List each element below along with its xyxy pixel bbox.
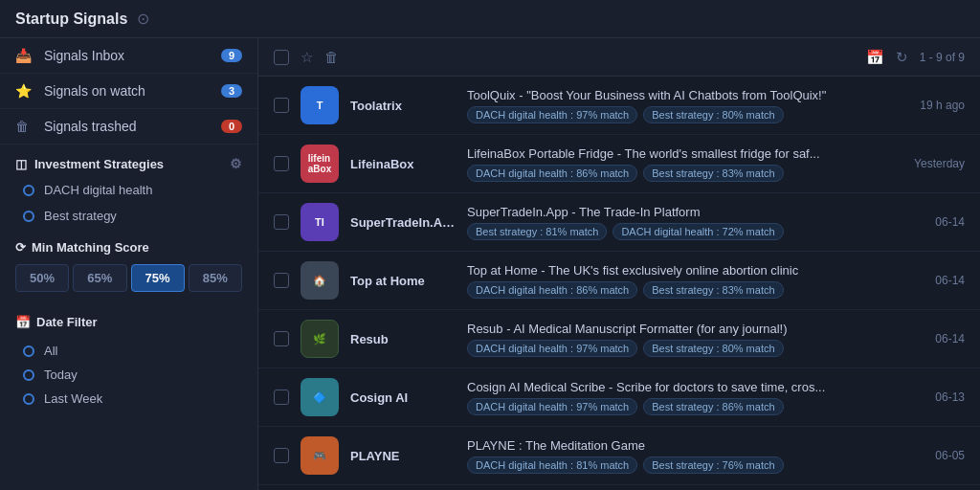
signal-company-supertradein: SuperTradeIn.App (350, 215, 456, 230)
signal-row-resub[interactable]: 🌿 Resub Resub - AI Medical Manuscript Fo… (258, 310, 980, 368)
signal-row-playne[interactable]: 🎮 PLAYNE PLAYNE : The Meditation Game DA… (258, 427, 980, 485)
signal-details-resub: Resub - AI Medical Manuscript Formatter … (467, 322, 886, 357)
score-icon: ⟳ (15, 240, 26, 255)
signal-tags-cosignai: DACH digital health : 97% match Best str… (467, 398, 886, 415)
content-area: ☆ 🗑 📅 ↻ 1 - 9 of 9 T Toolatrix ToolQuix … (258, 38, 980, 490)
star-toolbar-icon[interactable]: ☆ (301, 49, 313, 66)
signal-details-lifeinabox: LifeinaBox Portable Fridge - The world's… (467, 146, 886, 182)
signal-row-lifeinabox[interactable]: lifeinaBox LifeinaBox LifeinaBox Portabl… (258, 135, 980, 193)
date-all[interactable]: All (15, 339, 242, 363)
strategy-item-dach[interactable]: DACH digital health (0, 177, 257, 203)
tag-dach-topathome: DACH digital health : 86% match (467, 281, 637, 299)
signal-date-resub: 06-14 (898, 332, 965, 345)
watch-icon: ⭐ (15, 83, 34, 99)
date-title: 📅 Date Filter (15, 315, 242, 329)
sidebar-item-trashed[interactable]: 🗑 Signals trashed 0 (0, 109, 257, 145)
pagination-label: 1 - 9 of 9 (920, 51, 965, 64)
signal-date-cosignai: 06-13 (898, 390, 965, 404)
signal-details-cosignai: Cosign AI Medical Scribe - Scribe for do… (467, 380, 886, 415)
strategy-dot-best (23, 211, 34, 222)
sidebar: 📥 Signals Inbox 9 ⭐ Signals on watch 3 🗑… (0, 38, 258, 490)
tag-best-supertradein: Best strategy : 81% match (467, 223, 607, 240)
sidebar-item-inbox[interactable]: 📥 Signals Inbox 9 (0, 38, 257, 74)
signal-avatar-lifeinabox: lifeinaBox (301, 145, 339, 183)
inbox-badge: 9 (221, 49, 242, 62)
score-title: ⟳ Min Matching Score (15, 240, 242, 255)
score-buttons: 50% 65% 75% 85% (15, 264, 242, 292)
signal-avatar-topathome: 🏠 (301, 261, 339, 300)
signal-checkbox-topathome[interactable] (274, 273, 289, 288)
signal-title-resub: Resub - AI Medical Manuscript Formatter … (467, 322, 886, 336)
app-header: Startup Signals ⊙ (0, 0, 980, 38)
score-75[interactable]: 75% (131, 264, 185, 292)
date-label-all: All (44, 344, 57, 358)
date-lastweek[interactable]: Last Week (15, 387, 242, 411)
refresh-toolbar-icon[interactable]: ↻ (896, 49, 908, 66)
signal-avatar-toolatrix: T (301, 86, 339, 124)
signal-tags-playne: DACH digital health : 81% match Best str… (467, 457, 886, 474)
date-section: 📅 Date Filter All Today Last Week (0, 303, 257, 422)
settings-icon[interactable]: ⊙ (137, 10, 149, 28)
sidebar-item-watch[interactable]: ⭐ Signals on watch 3 (0, 74, 257, 109)
score-section: ⟳ Min Matching Score 50% 65% 75% 85% (0, 229, 257, 303)
tag-best-topathome: Best strategy : 83% match (643, 281, 783, 299)
date-dot-lastweek (23, 393, 34, 405)
signal-tags-supertradein: Best strategy : 81% match DACH digital h… (467, 223, 886, 240)
tag-dach-supertradein: DACH digital health : 72% match (612, 223, 783, 240)
calendar-icon: 📅 (15, 315, 31, 329)
strategy-label-best: Best strategy (44, 209, 117, 223)
tag-dach-toolatrix: DACH digital health : 97% match (467, 106, 637, 123)
main-layout: 📥 Signals Inbox 9 ⭐ Signals on watch 3 🗑… (0, 38, 980, 490)
signal-details-topathome: Top at Home - The UK's fist exclusively … (467, 263, 886, 299)
tag-best-resub: Best strategy : 80% match (643, 340, 783, 357)
signal-avatar-resub: 🌿 (301, 320, 339, 358)
signal-row-cosignai[interactable]: 🔷 Cosign AI Cosign AI Medical Scribe - S… (258, 368, 980, 427)
signal-checkbox-supertradein[interactable] (274, 214, 289, 230)
tag-best-playne: Best strategy : 76% match (643, 457, 783, 474)
strategies-gear-icon[interactable]: ⚙ (230, 156, 242, 171)
signal-company-cosignai: Cosign AI (350, 390, 456, 405)
signal-title-supertradein: SuperTradeIn.App - The Trade-In Platform (467, 205, 886, 219)
watch-badge: 3 (221, 84, 242, 98)
signal-company-playne: PLAYNE (350, 449, 456, 463)
signal-details-playne: PLAYNE : The Meditation Game DACH digita… (467, 438, 886, 474)
delete-toolbar-icon[interactable]: 🗑 (324, 49, 339, 65)
signal-company-toolatrix: Toolatrix (350, 99, 456, 113)
signal-checkbox-resub[interactable] (274, 331, 289, 346)
signal-row-supertradein[interactable]: TI SuperTradeIn.App SuperTradeIn.App - T… (258, 193, 980, 252)
signal-avatar-playne: 🎮 (301, 436, 339, 475)
strategy-dot-dach (23, 185, 34, 196)
signal-date-topathome: 06-14 (898, 274, 965, 287)
tag-dach-lifeinabox: DACH digital health : 86% match (467, 165, 637, 182)
signal-date-supertradein: 06-14 (898, 215, 965, 229)
signal-checkbox-playne[interactable] (274, 448, 289, 463)
signal-date-playne: 06-05 (898, 449, 965, 462)
select-all-checkbox[interactable] (274, 50, 289, 65)
signal-avatar-cosignai: 🔷 (301, 378, 339, 416)
tag-best-lifeinabox: Best strategy : 83% match (643, 165, 783, 182)
signal-checkbox-cosignai[interactable] (274, 390, 289, 405)
score-65[interactable]: 65% (73, 264, 126, 292)
signal-company-topathome: Top at Home (350, 274, 456, 288)
strategies-title: Investment Strategies (34, 157, 164, 171)
strategy-item-best[interactable]: Best strategy (0, 203, 257, 229)
signal-checkbox-lifeinabox[interactable] (274, 156, 289, 171)
signal-row-topathome[interactable]: 🏠 Top at Home Top at Home - The UK's fis… (258, 252, 980, 310)
trashed-badge: 0 (221, 120, 242, 133)
calendar-toolbar-icon[interactable]: 📅 (866, 49, 884, 66)
tag-best-toolatrix: Best strategy : 80% match (643, 106, 783, 123)
date-label-today: Today (44, 368, 78, 382)
score-50[interactable]: 50% (15, 264, 69, 292)
app-title: Startup Signals (15, 11, 127, 28)
signal-avatar-supertradein: TI (301, 203, 339, 241)
score-85[interactable]: 85% (189, 264, 242, 292)
date-today[interactable]: Today (15, 363, 242, 387)
signal-list: T Toolatrix ToolQuix - "Boost Your Busin… (258, 77, 980, 490)
watch-label: Signals on watch (44, 83, 221, 99)
signal-row-toolatrix[interactable]: T Toolatrix ToolQuix - "Boost Your Busin… (258, 77, 980, 135)
signal-tags-lifeinabox: DACH digital health : 86% match Best str… (467, 165, 886, 182)
signal-details-supertradein: SuperTradeIn.App - The Trade-In Platform… (467, 205, 886, 240)
trash-icon: 🗑 (15, 119, 34, 134)
signal-tags-toolatrix: DACH digital health : 97% match Best str… (467, 106, 886, 123)
signal-checkbox-toolatrix[interactable] (274, 98, 289, 113)
